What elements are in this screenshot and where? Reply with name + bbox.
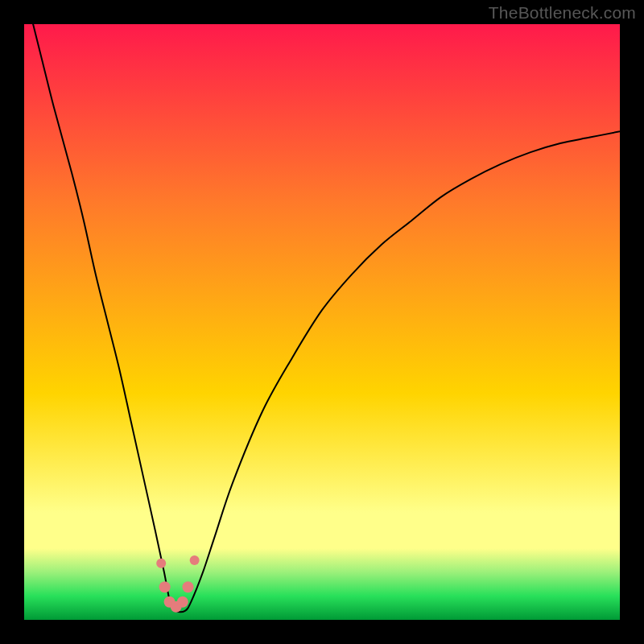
- watermark-text: TheBottleneck.com: [489, 3, 636, 23]
- curve-marker: [156, 559, 166, 568]
- curve-marker: [177, 597, 188, 608]
- curve-marker: [159, 581, 171, 592]
- bottleneck-chart: [24, 24, 620, 620]
- curve-marker: [190, 555, 200, 565]
- curve-marker: [183, 581, 194, 592]
- plot-area: [24, 24, 620, 620]
- gradient-background: [24, 24, 620, 620]
- chart-frame: TheBottleneck.com: [0, 0, 644, 644]
